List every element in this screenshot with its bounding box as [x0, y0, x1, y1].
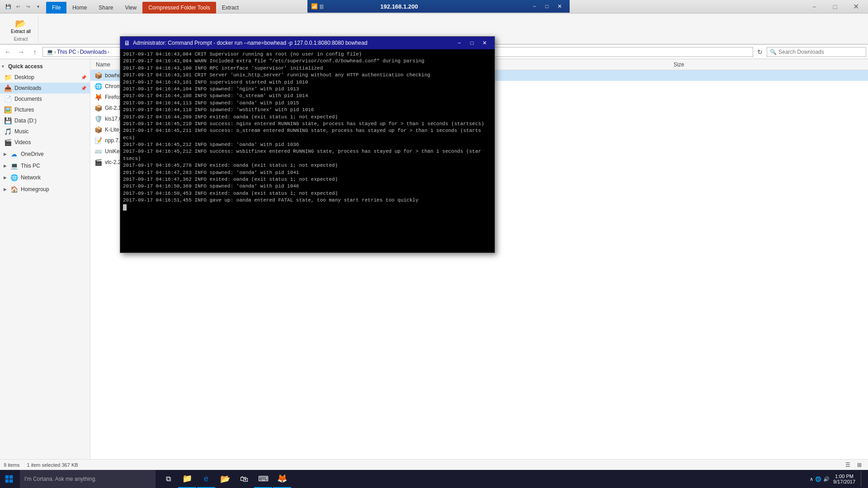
- network-expand[interactable]: ▶: [4, 175, 9, 180]
- sidebar-item-homegroup-label: Homegroup: [21, 186, 49, 192]
- address-sep-3: ›: [108, 49, 109, 55]
- svg-rect-0: [5, 475, 9, 479]
- back-button[interactable]: ←: [2, 46, 14, 58]
- taskbar-explorer-button[interactable]: 📁: [178, 470, 196, 488]
- network-bar-label: |||: [320, 4, 324, 9]
- taskbar-edge-button[interactable]: e: [197, 470, 215, 488]
- taskbar: ⧉ 📁 e 📂 🛍 ⌨ 🦊 ∧ 🌐 🔊 1:00 PM 9/17/2017: [0, 470, 868, 488]
- network-maximize-button[interactable]: □: [541, 0, 553, 13]
- extract-group-label: Extract: [14, 37, 28, 42]
- sidebar-item-onedrive[interactable]: ▶ ☁ OneDrive: [0, 149, 90, 160]
- sidebar-item-homegroup[interactable]: ▶ 🏠 Homegroup: [0, 184, 90, 195]
- sidebar-item-data-d[interactable]: 💾 Data (D:): [0, 115, 90, 126]
- file-icon-kis: 🛡️: [94, 115, 102, 123]
- system-tray-icons: ∧ 🌐 🔊: [810, 476, 830, 482]
- tab-view[interactable]: View: [119, 2, 142, 14]
- quick-access-toolbar: 💾 ↩ ↪ ▾: [2, 1, 44, 12]
- address-this-pc[interactable]: This PC: [57, 49, 76, 55]
- cortana-input[interactable]: [24, 476, 151, 482]
- onedrive-expand[interactable]: ▶: [4, 152, 9, 156]
- sidebar-item-this-pc[interactable]: ▶ 💻 This PC: [0, 160, 90, 171]
- minimize-button[interactable]: −: [804, 0, 825, 13]
- network-close-button[interactable]: ✕: [553, 0, 566, 13]
- sidebar-item-network[interactable]: ▶ 🌐 Network: [0, 172, 90, 183]
- tray-volume-icon[interactable]: 🔊: [823, 476, 830, 482]
- file-icon-firefox: 🦊: [94, 93, 102, 101]
- close-button[interactable]: ✕: [845, 0, 866, 13]
- cmd-title-text: Administrator: Command Prompt - docker r…: [133, 40, 450, 46]
- start-button[interactable]: [0, 470, 18, 488]
- show-desktop-button[interactable]: [861, 471, 863, 487]
- status-bar: 9 items 1 item selected 367 KB ☰ ⊞: [0, 459, 868, 470]
- extract-all-label: Extract all: [11, 29, 31, 34]
- file-icon-vlc: 🎬: [94, 158, 102, 166]
- large-icons-view-button[interactable]: ⊞: [854, 460, 864, 470]
- taskbar-store-button[interactable]: 🛍: [235, 470, 253, 488]
- sidebar-item-videos[interactable]: 🎬 Videos: [0, 137, 90, 148]
- status-selection: 1 item selected 367 KB: [27, 462, 78, 468]
- this-pc-expand[interactable]: ▶: [4, 164, 9, 168]
- cmd-maximize-button[interactable]: □: [466, 37, 478, 49]
- network-window-controls: − □ ✕: [528, 0, 566, 13]
- sidebar-item-pictures-label: Pictures: [14, 107, 34, 113]
- documents-icon: 📄: [4, 95, 12, 103]
- qat-undo[interactable]: ↩: [14, 2, 23, 11]
- homegroup-icon: 🏠: [10, 185, 18, 193]
- qat-save[interactable]: 💾: [4, 2, 13, 11]
- col-header-size[interactable]: Size: [672, 61, 864, 69]
- details-view-button[interactable]: ☰: [843, 460, 853, 470]
- cmd-title-bar: 🖥 Administrator: Command Prompt - docker…: [120, 37, 495, 49]
- up-button[interactable]: ↑: [29, 46, 41, 58]
- sidebar-item-pictures[interactable]: 🖼️ Pictures: [0, 104, 90, 115]
- sidebar-section-network: ▶ 🌐 Network: [0, 172, 90, 183]
- cmd-close-button[interactable]: ✕: [478, 37, 491, 49]
- tab-compressed-folder-tools[interactable]: Compressed Folder Tools: [142, 2, 216, 14]
- music-icon: 🎵: [4, 127, 12, 136]
- taskview-button[interactable]: ⧉: [159, 470, 177, 488]
- address-downloads[interactable]: Downloads: [80, 49, 107, 55]
- sidebar-item-desktop[interactable]: 📁 Desktop 📌: [0, 72, 90, 83]
- sidebar-item-music[interactable]: 🎵 Music: [0, 126, 90, 137]
- sidebar-quick-access-expand[interactable]: ▾: [2, 64, 7, 69]
- sidebar-item-downloads[interactable]: 📥 Downloads 📌: [0, 83, 90, 94]
- file-icon-git: 📦: [94, 104, 102, 112]
- svg-rect-3: [9, 479, 13, 483]
- cmd-content[interactable]: 2017-09-17 04:16:43,084 CRIT Supervisor …: [120, 49, 495, 253]
- taskbar-folder-button[interactable]: 📂: [216, 470, 234, 488]
- tab-extract[interactable]: Extract: [216, 2, 245, 14]
- taskbar-firefox-button[interactable]: 🦊: [273, 470, 291, 488]
- sidebar-item-desktop-label: Desktop: [14, 74, 34, 80]
- sidebar: ▾ Quick access 📁 Desktop 📌 📥 Downloads 📌…: [0, 59, 90, 459]
- sidebar-section-quick-access: ▾ Quick access 📁 Desktop 📌 📥 Downloads 📌…: [0, 61, 90, 148]
- network-signal-bar: 📶 |||: [311, 3, 324, 9]
- cmd-minimize-button[interactable]: −: [453, 37, 466, 49]
- forward-button[interactable]: →: [15, 46, 27, 58]
- tab-home[interactable]: Home: [66, 2, 93, 14]
- svg-rect-1: [9, 475, 13, 479]
- sidebar-item-documents[interactable]: 📄 Documents: [0, 94, 90, 104]
- search-input[interactable]: [778, 49, 863, 55]
- file-icon-chrome: 🌐: [94, 82, 102, 90]
- extract-all-button[interactable]: 📂 Extract all: [7, 16, 34, 36]
- cmd-window-controls: − □ ✕: [453, 37, 491, 49]
- system-clock[interactable]: 1:00 PM 9/17/2017: [833, 474, 855, 484]
- sidebar-quick-access-label: Quick access: [8, 63, 43, 70]
- refresh-button[interactable]: ↻: [755, 47, 765, 57]
- col-header-type[interactable]: Type: [479, 61, 672, 69]
- taskbar-cmd-button[interactable]: ⌨: [254, 470, 272, 488]
- cortana-search[interactable]: [20, 470, 156, 488]
- file-icon-bowhead: 📦: [94, 71, 102, 80]
- tray-network-icon[interactable]: 🌐: [815, 476, 821, 482]
- homegroup-expand[interactable]: ▶: [4, 187, 9, 192]
- maximize-button[interactable]: □: [825, 0, 845, 13]
- qat-dropdown[interactable]: ▾: [33, 2, 42, 11]
- tray-up-arrow[interactable]: ∧: [810, 476, 813, 482]
- cmd-window: 🖥 Administrator: Command Prompt - docker…: [120, 36, 495, 253]
- address-sep-2: ›: [77, 49, 79, 55]
- tab-file[interactable]: File: [46, 2, 66, 14]
- sidebar-quick-access-header[interactable]: ▾ Quick access: [0, 61, 90, 72]
- tab-share[interactable]: Share: [93, 2, 119, 14]
- network-minimize-button[interactable]: −: [528, 0, 541, 13]
- qat-redo[interactable]: ↪: [24, 2, 33, 11]
- cmd-icon: 🖥: [124, 39, 130, 47]
